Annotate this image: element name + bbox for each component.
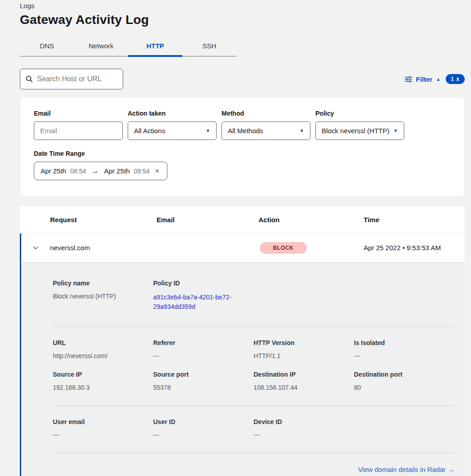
action-taken-field: Action taken All Actions ▼	[128, 110, 217, 140]
method-select[interactable]: All Methods ▼	[222, 121, 310, 140]
url-value: http://neverssl.com/	[53, 352, 153, 359]
destination-port-label: Destination port	[354, 371, 455, 378]
url-field: URL http://neverssl.com/	[53, 339, 153, 359]
source-ip-field: Source IP 192.168.30.3	[53, 371, 153, 391]
email-filter-field: Email	[34, 110, 123, 140]
http-version-value: HTTP/1.1	[254, 352, 354, 359]
tab-network[interactable]: Network	[74, 37, 128, 57]
http-version-field: HTTP Version HTTP/1.1	[254, 339, 354, 359]
user-id-field: User ID ---	[153, 418, 254, 439]
user-email-field: User email ---	[53, 418, 153, 439]
action-taken-label: Action taken	[128, 110, 217, 117]
user-email-value: ---	[53, 431, 153, 439]
page-title: Gateway Activity Log	[20, 13, 465, 27]
is-isolated-field: Is Isolated ---	[354, 339, 455, 359]
chevron-up-icon[interactable]: ▲	[436, 77, 440, 82]
filter-sliders-icon	[405, 76, 412, 83]
destination-port-field: Destination port 80	[354, 371, 455, 391]
search-icon	[26, 75, 33, 83]
filter-count-badge[interactable]: 1 x	[446, 74, 465, 84]
tab-bar: DNS Network HTTP SSH	[20, 37, 236, 56]
source-port-field: Source port 55378	[153, 371, 254, 391]
filter-toggle[interactable]: Filter ▲ 1 x	[405, 74, 465, 84]
method-value: All Methods	[228, 127, 263, 135]
radar-details-link[interactable]: View domain details in Radar →	[358, 466, 454, 473]
breadcrumb[interactable]: Logs	[20, 0, 465, 9]
row-expand-toggle[interactable]	[21, 244, 50, 252]
policy-id-label: Policy ID	[153, 280, 254, 287]
policy-label: Policy	[315, 110, 404, 117]
arrow-right-icon: →	[90, 167, 100, 175]
destination-port-value: 80	[354, 384, 455, 391]
device-id-field: Device ID ---	[254, 418, 354, 439]
email-filter-label: Email	[34, 110, 123, 117]
is-isolated-label: Is Isolated	[354, 339, 455, 346]
policy-section: Policy name Block neverssl (HTTP) Policy…	[53, 262, 454, 327]
page-content: Logs Gateway Activity Log DNS Network HT…	[20, 0, 465, 476]
http-section: URL http://neverssl.com/ Referer --- HTT…	[53, 327, 454, 406]
chevron-down-icon: ▼	[393, 128, 398, 133]
source-port-label: Source port	[153, 371, 254, 378]
destination-ip-value: 108.156.107.44	[254, 384, 354, 391]
device-id-label: Device ID	[254, 418, 354, 425]
col-header-action: Action	[259, 216, 364, 224]
tab-dns[interactable]: DNS	[20, 37, 74, 57]
policy-id-link[interactable]: a91c3eb4-ba7a-4201-be72-29a934dd359d	[153, 293, 244, 312]
source-ip-value: 192.168.30.3	[53, 384, 153, 391]
tab-http[interactable]: HTTP	[128, 37, 182, 57]
col-header-email: Email	[157, 216, 259, 224]
user-id-label: User ID	[153, 418, 254, 425]
daterange-end-time: 09:54	[134, 168, 149, 175]
policy-id-field: Policy ID a91c3eb4-ba7a-4201-be72-29a934…	[153, 280, 254, 312]
chevron-down-icon: ▼	[300, 128, 304, 133]
chevron-down-icon	[32, 244, 39, 252]
policy-field: Policy Block neverssl (HTTP) ▼	[315, 110, 404, 140]
col-header-request: Request	[50, 216, 157, 224]
referer-value: ---	[153, 352, 254, 359]
col-header-time: Time	[364, 216, 465, 224]
filter-panel: Email Action taken All Actions ▼ Method …	[20, 97, 465, 196]
destination-ip-label: Destination IP	[254, 371, 354, 378]
tab-ssh[interactable]: SSH	[182, 37, 236, 57]
toolbar: Filter ▲ 1 x	[20, 69, 465, 89]
daterange-end-date: Apr 25th	[104, 167, 130, 175]
row-request: neverssl.com	[50, 244, 157, 252]
destination-ip-field: Destination IP 108.156.107.44	[254, 371, 354, 391]
user-section: User email --- User ID --- Device ID ---	[53, 406, 454, 453]
referer-label: Referer	[153, 339, 254, 346]
table-header-row: Request Email Action Time	[20, 206, 465, 233]
close-icon[interactable]: ×	[155, 167, 160, 176]
daterange-start-time: 08:54	[70, 168, 86, 175]
method-field: Method All Methods ▼	[222, 110, 310, 140]
policy-select[interactable]: Block neverssl (HTTP) ▼	[315, 121, 404, 140]
user-id-value: ---	[153, 431, 254, 439]
search-input[interactable]	[37, 75, 130, 83]
device-id-value: ---	[254, 431, 354, 439]
email-filter-input[interactable]	[40, 127, 116, 135]
referer-field: Referer ---	[153, 339, 254, 359]
action-taken-value: All Actions	[134, 127, 165, 135]
method-label: Method	[222, 110, 310, 117]
daterange-input[interactable]: Apr 25th 08:54 → Apr 25th 09:54 ×	[34, 162, 167, 180]
search-box[interactable]	[20, 69, 123, 89]
policy-value: Block neverssl (HTTP)	[322, 127, 389, 135]
filter-label: Filter	[416, 75, 433, 83]
row-time: Apr 25 2022 • 9:53:53 AM	[364, 244, 465, 252]
source-ip-label: Source IP	[53, 371, 153, 378]
action-taken-select[interactable]: All Actions ▼	[128, 121, 217, 140]
daterange-label: Date Time Range	[34, 150, 451, 157]
source-port-value: 55378	[153, 384, 254, 391]
policy-name-field: Policy name Block neverssl (HTTP)	[53, 280, 153, 312]
row-detail-panel: Policy name Block neverssl (HTTP) Policy…	[20, 262, 465, 476]
daterange-start-date: Apr 25th	[41, 167, 66, 175]
url-label: URL	[53, 339, 153, 346]
table-row[interactable]: neverssl.com BLOCK Apr 25 2022 • 9:53:53…	[20, 233, 465, 262]
chevron-down-icon: ▼	[206, 128, 210, 133]
is-isolated-value: ---	[354, 352, 455, 359]
user-email-label: User email	[53, 418, 153, 425]
policy-name-label: Policy name	[53, 280, 153, 287]
http-version-label: HTTP Version	[254, 339, 354, 346]
action-badge: BLOCK	[260, 242, 307, 254]
log-table: Request Email Action Time neverssl.com B…	[20, 206, 465, 476]
policy-name-value: Block neverssl (HTTP)	[53, 293, 153, 300]
